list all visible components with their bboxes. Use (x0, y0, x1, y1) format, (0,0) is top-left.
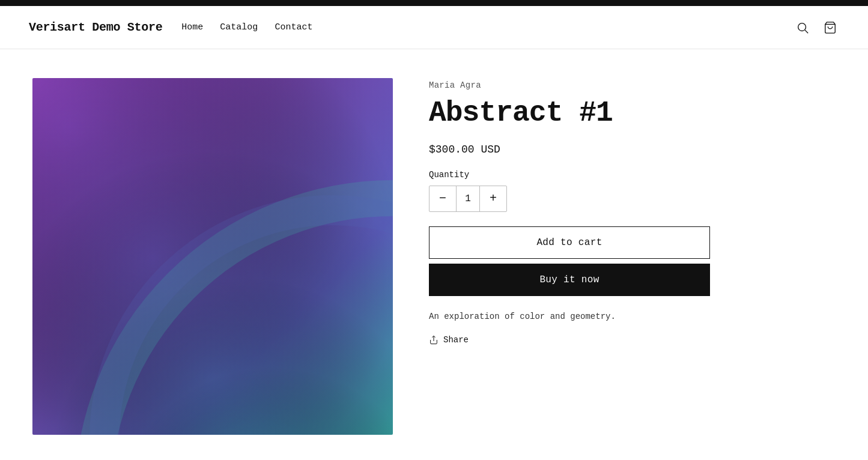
share-icon (429, 335, 439, 345)
cart-button[interactable] (821, 19, 839, 37)
share-button[interactable]: Share (429, 335, 469, 345)
nav-home[interactable]: Home (181, 22, 203, 32)
buy-it-now-button[interactable]: Buy it now (429, 264, 710, 296)
product-description: An exploration of color and geometry. (429, 310, 839, 323)
product-price: $300.00 USD (429, 144, 839, 156)
quantity-label: Quantity (429, 170, 839, 180)
svg-line-1 (805, 30, 808, 33)
share-label: Share (443, 335, 469, 345)
add-to-cart-button[interactable]: Add to cart (429, 226, 710, 259)
product-details: Maria Agra Abstract #1 $300.00 USD Quant… (429, 78, 839, 435)
search-icon (796, 21, 809, 34)
product-image (32, 78, 393, 435)
artist-name: Maria Agra (429, 80, 839, 90)
product-image-wrapper (32, 78, 393, 435)
store-title: Verisart Demo Store (29, 20, 162, 34)
svg-point-0 (798, 23, 806, 31)
quantity-decrement-button[interactable]: − (429, 186, 456, 212)
product-artwork-canvas (32, 78, 393, 435)
product-title: Abstract #1 (429, 97, 839, 129)
main-nav: Home Catalog Contact (181, 22, 312, 32)
main-content: Maria Agra Abstract #1 $300.00 USD Quant… (0, 49, 868, 460)
nav-catalog[interactable]: Catalog (220, 22, 258, 32)
search-button[interactable] (794, 19, 812, 37)
nav-left: Verisart Demo Store Home Catalog Contact (29, 20, 312, 34)
quantity-value: 1 (456, 186, 480, 211)
quantity-control: − 1 + (429, 186, 507, 212)
cart-icon (824, 21, 837, 34)
nav-icons (794, 19, 839, 37)
quantity-increment-button[interactable]: + (480, 186, 506, 212)
nav-contact[interactable]: Contact (275, 22, 312, 32)
header: Verisart Demo Store Home Catalog Contact (0, 6, 868, 49)
top-bar (0, 0, 868, 6)
